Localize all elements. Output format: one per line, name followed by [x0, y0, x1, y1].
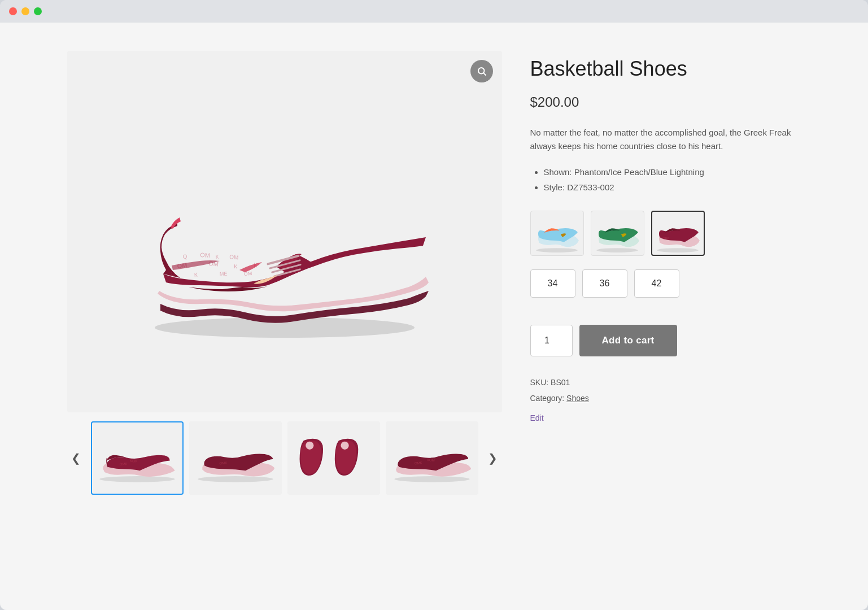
next-thumbnail-button[interactable]: ❯ [484, 449, 502, 467]
feature-2: Style: DZ7533-002 [544, 180, 801, 195]
svg-text:МЕ: МЕ [219, 271, 227, 277]
size-button-42[interactable]: 42 [634, 269, 679, 298]
edit-link[interactable]: Edit [530, 413, 544, 422]
thumbnail-4[interactable]: ОМК КОМ [386, 421, 478, 495]
svg-text:Q: Q [170, 270, 175, 277]
svg-point-26 [394, 476, 469, 482]
thumbnail-2[interactable]: ОМК [189, 421, 282, 495]
add-to-cart-button[interactable]: Add to cart [579, 325, 677, 356]
product-info: Basketball Shoes $200.00 No matter the f… [530, 51, 801, 495]
thumbnails-row: ❮ ОМК КОМ [67, 421, 502, 495]
size-button-34[interactable]: 34 [530, 269, 575, 298]
category-link[interactable]: Shoes [566, 394, 589, 403]
svg-point-29 [536, 248, 578, 252]
feature-1: Shown: Phantom/Ice Peach/Blue Lightning [544, 164, 801, 180]
maximize-button[interactable] [34, 7, 42, 15]
minimize-button[interactable] [21, 7, 29, 15]
browser-window: OM К OM МЕ К ОМ К Q OM К ОМ Q [0, 0, 868, 610]
svg-point-19 [99, 476, 175, 482]
svg-point-30 [596, 248, 638, 252]
svg-point-31 [657, 248, 699, 252]
sku-line: SKU: BS01 [530, 374, 801, 390]
svg-point-25 [341, 442, 348, 450]
color-swatch-teal[interactable] [591, 211, 644, 256]
add-to-cart-row: Add to cart [530, 325, 801, 356]
product-description: No matter the feat, no matter the accomp… [530, 126, 801, 153]
color-swatch-blue[interactable] [530, 211, 584, 256]
zoom-button[interactable] [470, 60, 493, 82]
size-options: 34 36 42 [530, 269, 801, 298]
product-title: Basketball Shoes [530, 56, 801, 81]
product-page: OM К OM МЕ К ОМ К Q OM К ОМ Q [67, 51, 801, 495]
traffic-lights [9, 7, 42, 15]
thumbnail-1[interactable]: ОМК КОМ [91, 421, 184, 495]
product-features: Shown: Phantom/Ice Peach/Blue Lightning … [530, 164, 801, 195]
svg-point-24 [306, 442, 313, 450]
sku-value: BS01 [551, 378, 570, 387]
quantity-input[interactable] [530, 325, 573, 356]
svg-text:ОМК: ОМК [663, 237, 669, 240]
svg-text:КОМ: КОМ [129, 459, 137, 463]
product-meta: SKU: BS01 Category: Shoes [530, 374, 801, 406]
main-product-image: OM К OM МЕ К ОМ К Q OM К ОМ Q [121, 96, 448, 367]
svg-text:КОМ: КОМ [427, 457, 435, 462]
svg-line-1 [483, 73, 486, 75]
category-label: Category: [530, 394, 565, 403]
prev-thumbnail-button[interactable]: ❮ [67, 449, 85, 467]
image-section: OM К OM МЕ К ОМ К Q OM К ОМ Q [67, 51, 502, 495]
thumbnail-3[interactable] [287, 421, 380, 495]
svg-point-0 [478, 68, 485, 74]
svg-text:ОМК: ОМК [119, 461, 128, 466]
svg-text:К: К [233, 263, 237, 269]
content-area: OM К OM МЕ К ОМ К Q OM К ОМ Q [0, 23, 868, 610]
svg-point-22 [198, 476, 273, 482]
category-line: Category: Shoes [530, 390, 801, 406]
svg-text:ОМ: ОМ [229, 254, 238, 260]
svg-text:OM: OM [199, 251, 210, 259]
color-variants: ОМК [530, 211, 801, 256]
close-button[interactable] [9, 7, 17, 15]
svg-text:ОМК: ОМК [219, 461, 227, 465]
main-image-container: OM К OM МЕ К ОМ К Q OM К ОМ Q [67, 51, 502, 412]
sku-label: SKU: [530, 378, 549, 387]
product-price: $200.00 [530, 94, 801, 110]
size-button-36[interactable]: 36 [582, 269, 627, 298]
svg-text:К: К [194, 272, 198, 278]
titlebar [0, 0, 868, 23]
svg-text:К: К [215, 254, 219, 260]
svg-text:Q: Q [182, 253, 187, 260]
svg-text:ОМК: ОМК [414, 461, 422, 465]
color-swatch-darkred[interactable]: ОМК [651, 211, 705, 256]
